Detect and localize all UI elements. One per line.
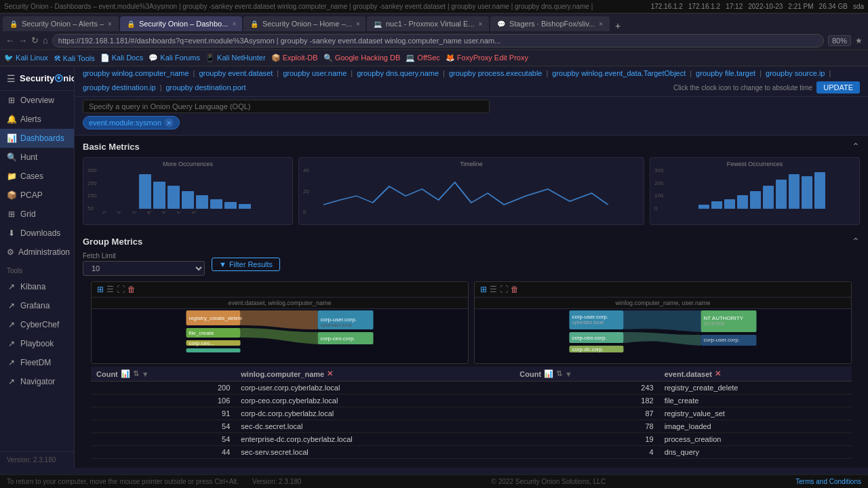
delete-icon[interactable]: 🗑 [127,285,136,294]
filter-tag[interactable]: event.module:sysmon ✕ [83,116,180,129]
grid-view-icon-2[interactable]: ⊞ [480,285,487,294]
fetch-limit-select[interactable]: 10 25 50 100 [83,261,205,276]
sidebar-item-hunt[interactable]: 🔍 Hunt [0,148,74,167]
tab-proxmox-close[interactable]: × [479,20,483,28]
crumb-user-name[interactable]: groupby user.name [283,69,347,77]
count2-sort-icon[interactable]: ⇅ [556,369,562,378]
crumb-source-ip[interactable]: groupby source.ip [766,69,825,77]
tab-alerts-label: Security Onion – Alerts – [22,20,104,28]
tab-home[interactable]: 🔒 Security Onion – Home –... × [243,16,366,31]
sidebar-item-overview[interactable]: ⊞ Overview [0,91,74,110]
bookmark-icon[interactable]: ★ [855,36,863,45]
sidebar-item-fleetdm[interactable]: ↗ FleetDM [0,353,74,372]
update-button[interactable]: UPDATE [816,81,860,94]
svg-text:cyberlabz.local: cyberlabz.local [321,323,353,328]
expand-icon-2[interactable]: ⛶ [500,285,508,294]
basic-metrics-title: Basic Metrics [83,142,140,152]
crumb-dest-ip[interactable]: groupby destination.ip [83,83,156,92]
sidebar-item-playbook[interactable]: ↗ Playbook [0,334,74,353]
winlog-delete-icon[interactable]: ✕ [327,369,333,378]
crumb-dns[interactable]: groupby dns.query.name [357,69,439,77]
sidebar-item-alerts[interactable]: 🔔 Alerts [0,110,74,129]
top-breadcrumb-bar: groupby winlog.computer_name | groupby e… [75,66,868,97]
filter-tag-remove[interactable]: ✕ [164,118,174,127]
bookmark-kali-linux[interactable]: 🐦 Kali Linux [4,54,48,62]
hamburger-icon[interactable]: ☰ [7,73,16,84]
bookmark-exploit-db[interactable]: 📦 Exploit-DB [271,54,318,62]
tab-proxmox[interactable]: 💻 nuc1 - Proxmox Virtual E... × [367,16,489,31]
crumb-file-target[interactable]: groupby file.target [696,69,755,77]
back-button[interactable]: ← [5,35,14,45]
count2-chart-icon[interactable]: 📊 [544,369,553,378]
crumb-target-object[interactable]: groupby winlog.event_data.TargetObject [552,69,686,77]
sidebar-item-grid[interactable]: ⊞ Grid [0,205,74,224]
tab-home-label: Security Onion – Home –... [262,20,352,28]
bookmark-kali-tools[interactable]: 🛠 Kali Tools [54,54,95,62]
crumb-dest-port[interactable]: groupby destination.port [166,83,246,92]
refresh-button[interactable]: ↻ [31,35,39,45]
col-header-count1: Count 📊 ⇅ ▼ [91,367,235,382]
sidebar-label-downloads: Downloads [20,228,60,238]
rbar-2 [711,201,722,209]
table-row: 54 enterprise-dc.corp.cyberlabz.local 19… [91,433,852,446]
tab-dashboards[interactable]: 🔒 Security Onion – Dashbo... × [120,16,242,31]
sidebar-item-cyberchef[interactable]: ↗ CyberChef [0,315,74,334]
count1-more-icon[interactable]: ▼ [142,370,149,378]
expand-icon[interactable]: ⛶ [117,285,125,294]
sidebar-item-navigator[interactable]: ↗ Navigator [0,372,74,391]
crumb-event-dataset[interactable]: groupby event.dataset [199,69,273,77]
tab-home-close[interactable]: × [356,20,360,28]
basic-metrics-toggle[interactable]: ⌃ [852,141,860,152]
cell-count2: 4 [514,446,658,459]
sidebar-item-cases[interactable]: 📁 Cases [0,167,74,186]
terms-link[interactable]: Terms and Conditions [795,478,861,485]
list-view-icon[interactable]: ☰ [106,285,114,294]
url-input[interactable] [52,34,824,47]
rbar-1 [698,205,709,209]
count1-sort-icon[interactable]: ⇅ [133,369,139,378]
bookmark-offsec[interactable]: 💻 OffSec [406,54,439,62]
crumb-winlog[interactable]: groupby winlog.computer_name [83,69,189,77]
sidebar-label-dashboards: Dashboards [20,134,64,143]
forward-button[interactable]: → [18,35,27,45]
bookmark-google-hacking[interactable]: 🔍 Google Hacking DB [323,54,401,62]
sys-url: Security Onion - Dashboards – event.modu… [4,3,646,10]
playbook-icon: ↗ [7,339,16,348]
grid-view-icon[interactable]: ⊞ [97,285,104,294]
sidebar-item-downloads[interactable]: ⬇ Downloads [0,224,74,243]
new-tab-button[interactable]: + [611,20,625,31]
sidebar-item-kibana[interactable]: ↗ Kibana [0,277,74,296]
crumb-process[interactable]: groupby process.executable [449,69,542,77]
tab-alerts[interactable]: 🔒 Security Onion – Alerts – × [3,16,119,31]
count1-chart-icon[interactable]: 📊 [121,369,130,378]
tab-alerts-close[interactable]: × [108,20,112,28]
hunt-icon: 🔍 [7,152,16,162]
cell-count1: 106 [91,394,235,407]
sankey-chart-2: ⊞ ☰ ⛶ 🗑 winlog.computer_name, user.name … [474,281,852,364]
bookmark-kali-forums[interactable]: 💬 Kali Forums [149,54,200,62]
sidebar-item-grafana[interactable]: ↗ Grafana [0,296,74,315]
navigator-icon: ↗ [7,377,16,386]
tab-stagers-close[interactable]: × [599,20,603,28]
sankey-2-label: winlog.computer_name, user.name [475,298,851,309]
tab-stagers-label: Stagers · BishopFox/sliv... [509,20,595,28]
sidebar-label-cases: Cases [20,171,43,181]
delete-icon-2[interactable]: 🗑 [511,285,519,294]
bookmark-kali-docs[interactable]: 📄 Kali Docs [100,54,144,62]
count2-more-icon[interactable]: ▼ [565,370,572,378]
cell-winlog: corp-user.corp.cyberlabz.local [235,382,514,394]
filter-results-button[interactable]: ▼ Filter Results [212,258,280,271]
event-dataset-delete-icon[interactable]: ✕ [715,369,721,378]
bookmark-kali-nethunter[interactable]: 📱 Kali NetHunter [205,54,266,62]
query-input[interactable] [83,100,490,113]
bookmark-foxyproxy[interactable]: 🦊 FoxyProxy Edit Proxy [446,54,528,62]
sidebar-item-pcap[interactable]: 📦 PCAP [0,186,74,205]
sidebar-item-dashboards[interactable]: 📊 Dashboards [0,129,74,148]
tab-dashboards-close[interactable]: × [232,20,236,28]
tab-stagers[interactable]: 💬 Stagers · BishopFox/sliv... × [490,16,610,31]
home-button[interactable]: ⌂ [43,35,48,45]
sidebar-label-administration: Administration [18,247,70,257]
list-view-icon-2[interactable]: ☰ [490,285,497,294]
group-metrics-toggle[interactable]: ⌃ [852,236,860,247]
sidebar-item-administration[interactable]: ⚙ Administration [0,243,74,262]
